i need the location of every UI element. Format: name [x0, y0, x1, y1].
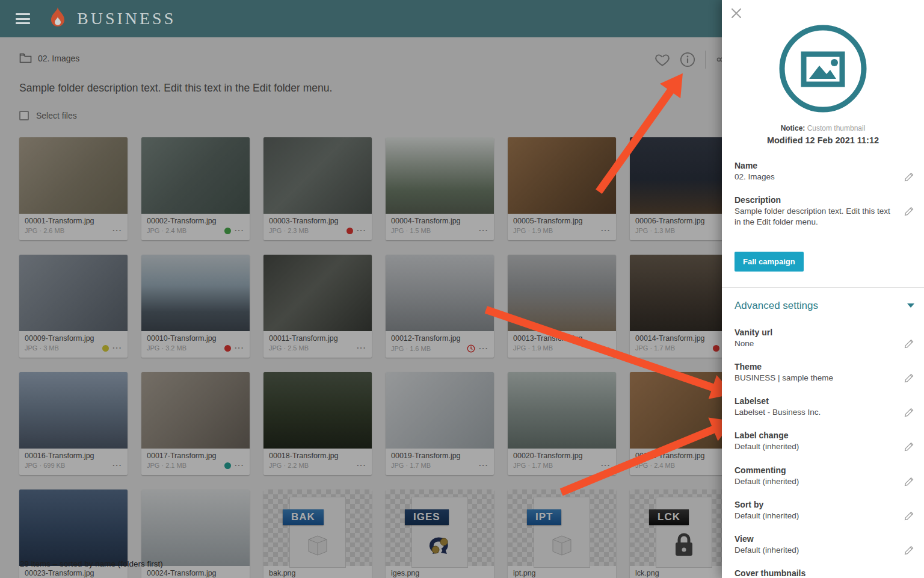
edit-pencil-icon[interactable]: [904, 206, 914, 216]
advanced-field-cover-thumbnails: Cover thumbnailsYes: [735, 568, 914, 578]
advanced-field-labelset: LabelsetLabelset - Business Inc.: [735, 396, 914, 418]
field-value: None: [735, 338, 893, 349]
tag-fall-campaign-button[interactable]: Fall campaign: [735, 252, 804, 272]
folder-thumbnail-icon: [777, 23, 869, 114]
advanced-settings-toggle[interactable]: Advanced settings: [735, 300, 914, 312]
flame-logo-icon: [47, 5, 69, 32]
close-icon[interactable]: [730, 7, 743, 20]
notice-value: Custom thumbnail: [807, 124, 866, 132]
hamburger-menu-icon[interactable]: [16, 13, 30, 24]
field-value: Default (inherited): [735, 545, 893, 556]
field-value: Sample folder description text. Edit thi…: [735, 206, 893, 228]
advanced-field-sort-by: Sort byDefault (inherited): [735, 500, 914, 521]
folder-details-panel: Notice: Custom thumbnail Modified 12 Feb…: [722, 0, 924, 578]
modified-date: Modified 12 Feb 2021 11:12: [722, 135, 924, 145]
advanced-field-label-change: Label changeDefault (inherited): [735, 430, 914, 452]
field-label: Sort by: [735, 500, 893, 509]
advanced-field-vanity-url: Vanity urlNone: [735, 328, 914, 349]
advanced-settings-title: Advanced settings: [735, 300, 818, 312]
edit-pencil-icon[interactable]: [904, 545, 914, 555]
field-label: Name: [735, 161, 893, 170]
advanced-field-theme: ThemeBUSINESS | sample theme: [735, 362, 914, 384]
field-label: Labelset: [735, 396, 893, 406]
panel-fields: Name02. ImagesDescriptionSample folder d…: [735, 161, 914, 228]
field-label: Cover thumbnails: [735, 568, 893, 578]
field-value: Default (inherited): [735, 511, 893, 521]
field-label: Label change: [735, 430, 893, 440]
advanced-fields: Vanity urlNoneThemeBUSINESS | sample the…: [735, 328, 914, 578]
field-label: Description: [735, 195, 893, 205]
field-value: 02. Images: [735, 172, 893, 182]
edit-pencil-icon[interactable]: [904, 441, 914, 452]
advanced-field-view: ViewDefault (inherited): [735, 534, 914, 556]
field-label: Vanity url: [735, 328, 893, 337]
field-label: View: [735, 534, 893, 544]
edit-pencil-icon[interactable]: [904, 373, 914, 383]
notice-line: Notice: Custom thumbnail: [722, 124, 924, 132]
field-label: Commenting: [735, 465, 893, 475]
field-label: Theme: [735, 362, 893, 371]
notice-label: Notice:: [781, 124, 805, 132]
edit-pencil-icon[interactable]: [904, 338, 914, 349]
field-value: Labelset - Business Inc.: [735, 407, 893, 418]
advanced-field-commenting: CommentingDefault (inherited): [735, 465, 914, 487]
field-value: Default (inherited): [735, 476, 893, 487]
field-name: Name02. Images: [735, 161, 914, 182]
edit-pencil-icon[interactable]: [904, 476, 914, 486]
edit-pencil-icon[interactable]: [904, 407, 914, 417]
brand-title: BUSINESS: [77, 9, 176, 28]
field-value: BUSINESS | sample theme: [735, 373, 893, 384]
edit-pencil-icon[interactable]: [904, 172, 914, 182]
chevron-down-icon[interactable]: [907, 303, 914, 308]
field-value: Default (inherited): [735, 441, 893, 452]
field-description: DescriptionSample folder description tex…: [735, 195, 914, 228]
panel-divider: [722, 287, 924, 288]
edit-pencil-icon[interactable]: [904, 511, 914, 521]
